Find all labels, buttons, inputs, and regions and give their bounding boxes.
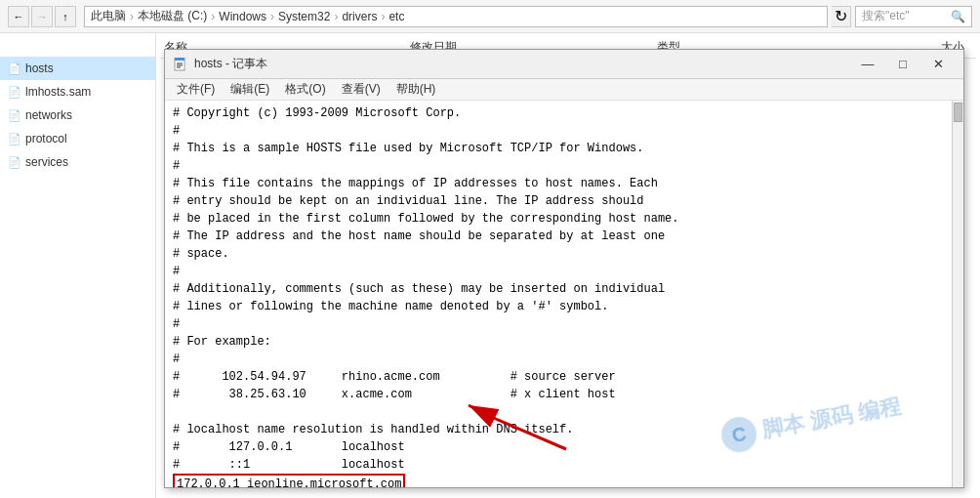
notepad-menubar: 文件(F) 编辑(E) 格式(O) 查看(V) 帮助(H) [165,79,963,101]
search-icon: 🔍 [951,10,965,23]
sidebar-item-label: hosts [25,62,54,75]
close-button[interactable]: ✕ [920,50,956,79]
notepad-titlebar: hosts - 记事本 — □ ✕ [165,50,963,79]
breadcrumb-part: Windows [219,10,266,23]
up-button[interactable]: ↑ [55,6,76,27]
highlighted-entry: 172.0.0.1 ieonline.microsoft.com [173,474,405,487]
notepad-body: # Copyright (c) 1993-2009 Microsoft Corp… [165,101,963,487]
breadcrumb-part: etc [388,10,404,23]
menu-view[interactable]: 查看(V) [334,79,388,100]
sidebar-item-lmhosts[interactable]: 📄 lmhosts.sam [0,80,155,104]
explorer-sidebar: 📄 hosts 📄 lmhosts.sam 📄 networks 📄 proto… [0,33,156,498]
sidebar-item-services[interactable]: 📄 services [0,150,155,174]
notepad-window: hosts - 记事本 — □ ✕ 文件(F) 编辑(E) 格式(O) 查看(V… [164,49,964,488]
file-icon: 📄 [8,108,21,122]
sidebar-item-label: networks [25,108,72,122]
sidebar-item-hosts[interactable]: 📄 hosts [0,57,155,80]
notepad-text: # Copyright (c) 1993-2009 Microsoft Corp… [173,106,678,472]
breadcrumb[interactable]: 此电脑 › 本地磁盘 (C:) › Windows › System32 › d… [84,6,828,27]
forward-button[interactable]: → [31,6,53,27]
back-button[interactable]: ← [8,6,29,27]
menu-file[interactable]: 文件(F) [169,79,223,100]
breadcrumb-part: drivers [342,10,377,23]
sidebar-item-label: protocol [25,132,67,145]
sidebar-item-protocol[interactable]: 📄 protocol [0,127,155,150]
search-box[interactable]: 搜索"etc" 🔍 [855,6,972,27]
menu-edit[interactable]: 编辑(E) [223,79,277,100]
minimize-button[interactable]: — [850,50,885,79]
file-icon: 📄 [8,62,21,75]
breadcrumb-part: 本地磁盘 (C:) [138,8,207,24]
sidebar-item-label: lmhosts.sam [25,85,91,99]
file-icon: 📄 [8,132,21,145]
menu-format[interactable]: 格式(O) [277,79,333,100]
maximize-button[interactable]: □ [885,50,920,79]
menu-help[interactable]: 帮助(H) [388,79,444,100]
svg-rect-1 [175,58,184,61]
window-controls: — □ ✕ [850,50,956,79]
search-placeholder: 搜索"etc" [862,8,910,24]
notepad-scrollbar[interactable] [952,101,963,487]
notepad-icon [173,57,188,72]
sidebar-item-label: services [25,155,68,169]
sidebar-item-networks[interactable]: 📄 networks [0,104,155,127]
refresh-button[interactable]: ↻ [832,6,851,27]
file-icon: 📄 [8,85,21,99]
notepad-title: hosts - 记事本 [194,56,850,72]
file-icon: 📄 [8,155,21,169]
breadcrumb-part: System32 [278,10,330,23]
breadcrumb-part: 此电脑 [91,8,126,24]
notepad-content-area[interactable]: # Copyright (c) 1993-2009 Microsoft Corp… [165,101,952,487]
explorer-toolbar: ← → ↑ 此电脑 › 本地磁盘 (C:) › Windows › System… [0,0,980,33]
